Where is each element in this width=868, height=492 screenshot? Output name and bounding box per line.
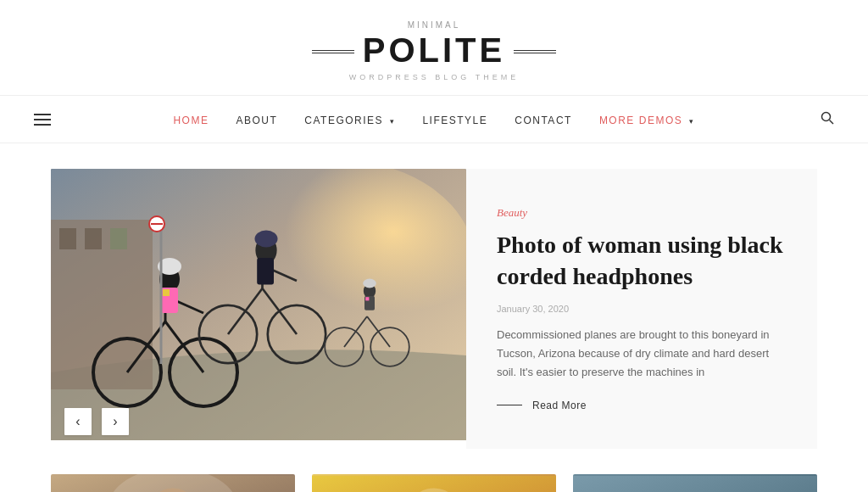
hamburger-menu-button[interactable]: [34, 114, 51, 126]
svg-line-1: [830, 120, 834, 124]
hero-section: ‹ › Beauty Photo of woman using black co…: [51, 169, 817, 449]
nav-item-categories[interactable]: CATEGORIES ▾: [304, 112, 395, 127]
card-3-image: [573, 474, 817, 492]
hero-read-more-link[interactable]: Read More: [497, 400, 787, 411]
card-2[interactable]: [312, 474, 556, 492]
nav-link-lifestyle[interactable]: LIFESTYLE: [422, 115, 487, 126]
chevron-down-icon: ▾: [390, 117, 396, 126]
nav-link-about[interactable]: ABOUT: [236, 115, 277, 126]
read-more-dash: [497, 405, 522, 405]
svg-rect-26: [257, 258, 274, 285]
svg-rect-7: [110, 228, 127, 249]
nav-item-lifestyle[interactable]: LIFESTYLE: [422, 112, 487, 127]
svg-rect-6: [85, 228, 102, 249]
card-1-image: [51, 474, 295, 492]
hero-image-wrap: ‹ ›: [51, 169, 466, 449]
logo-line-right: [514, 50, 556, 51]
card-2-image: [312, 474, 556, 492]
nav-link-more-demos[interactable]: MORE DEMOS ▾: [599, 115, 695, 126]
hero-title: Photo of woman using black corded headph…: [497, 230, 787, 292]
search-button[interactable]: [821, 111, 834, 128]
site-subtitle: WORDPRESS BLOG THEME: [0, 73, 868, 81]
hero-excerpt: Decommissioned planes are brought to thi…: [497, 326, 787, 382]
site-logo-wrap: POLITE: [0, 31, 868, 70]
card-1[interactable]: [51, 474, 295, 492]
card-3[interactable]: [573, 474, 817, 492]
nav-items: HOME ABOUT CATEGORIES ▾ LIFESTYLE CONTAC…: [173, 112, 694, 127]
hero-category: Beauty: [497, 206, 787, 220]
svg-point-0: [822, 112, 831, 120]
nav-link-categories[interactable]: CATEGORIES ▾: [304, 115, 395, 126]
bottom-cards: [51, 474, 817, 492]
cyclist-illustration: [51, 169, 466, 440]
nav-item-about[interactable]: ABOUT: [236, 112, 277, 127]
svg-rect-17: [163, 289, 170, 296]
svg-point-32: [363, 279, 376, 288]
nav-item-more-demos[interactable]: MORE DEMOS ▾: [599, 112, 695, 127]
svg-rect-48: [573, 476, 817, 492]
svg-rect-34: [365, 297, 369, 300]
hero-content: Beauty Photo of woman using black corded…: [466, 169, 817, 449]
search-icon: [821, 111, 834, 125]
hero-date: January 30, 2020: [497, 304, 787, 314]
slider-prev-button[interactable]: ‹: [64, 408, 92, 435]
site-title: POLITE: [363, 31, 505, 70]
site-nav: HOME ABOUT CATEGORIES ▾ LIFESTYLE CONTAC…: [0, 96, 868, 143]
hamburger-line: [34, 114, 51, 115]
slider-nav: ‹ ›: [64, 408, 129, 435]
nav-link-contact[interactable]: CONTACT: [515, 115, 572, 126]
hamburger-line: [34, 119, 51, 120]
slider-next-button[interactable]: ›: [102, 408, 129, 435]
site-tagline: MINIMAL: [0, 20, 868, 30]
logo-line-left: [312, 50, 354, 51]
nav-item-home[interactable]: HOME: [173, 112, 209, 127]
site-header: MINIMAL POLITE WORDPRESS BLOG THEME: [0, 0, 868, 96]
nav-link-home[interactable]: HOME: [173, 115, 209, 126]
read-more-label: Read More: [532, 400, 587, 411]
svg-rect-5: [59, 228, 76, 249]
hamburger-line: [34, 124, 51, 126]
chevron-down-icon: ▾: [689, 117, 695, 126]
nav-item-contact[interactable]: CONTACT: [515, 112, 572, 127]
svg-point-25: [255, 231, 278, 248]
hero-image: [51, 169, 466, 440]
